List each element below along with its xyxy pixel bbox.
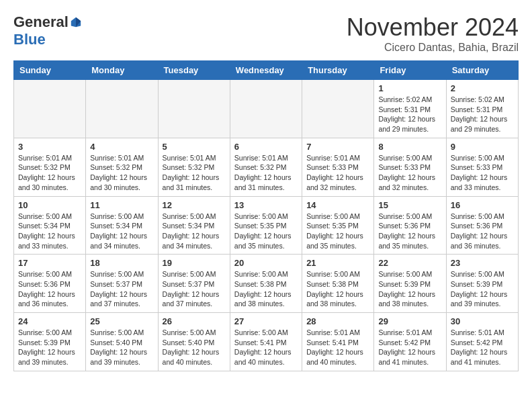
calendar-day-cell: 13Sunrise: 5:00 AMSunset: 5:35 PMDayligh… [230,196,302,255]
day-info: Sunrise: 5:01 AMSunset: 5:32 PMDaylight:… [18,153,81,193]
calendar-week-row: 24Sunrise: 5:00 AMSunset: 5:39 PMDayligh… [14,313,519,371]
calendar-day-cell: 24Sunrise: 5:00 AMSunset: 5:39 PMDayligh… [14,313,86,371]
day-number: 22 [378,258,441,268]
day-number: 23 [451,258,514,268]
day-info: Sunrise: 5:01 AMSunset: 5:33 PMDaylight:… [306,153,369,193]
day-number: 16 [451,200,514,210]
day-number: 8 [378,142,441,152]
day-info: Sunrise: 5:00 AMSunset: 5:35 PMDaylight:… [234,212,298,251]
calendar-day-cell: 30Sunrise: 5:01 AMSunset: 5:42 PMDayligh… [446,313,518,371]
day-number: 18 [90,258,153,268]
day-info: Sunrise: 5:00 AMSunset: 5:33 PMDaylight:… [451,153,514,193]
day-of-week-header: Sunday [14,61,86,80]
day-info: Sunrise: 5:00 AMSunset: 5:36 PMDaylight:… [451,212,514,251]
day-number: 14 [306,200,369,210]
calendar-day-cell: 26Sunrise: 5:00 AMSunset: 5:40 PMDayligh… [158,313,230,371]
day-info: Sunrise: 5:00 AMSunset: 5:39 PMDaylight:… [18,328,81,367]
calendar-day-cell: 25Sunrise: 5:00 AMSunset: 5:40 PMDayligh… [86,313,158,371]
day-info: Sunrise: 5:00 AMSunset: 5:36 PMDaylight:… [18,269,81,309]
day-info: Sunrise: 5:00 AMSunset: 5:40 PMDaylight:… [163,328,226,367]
logo: General Blue [13,13,82,48]
calendar-day-cell: 19Sunrise: 5:00 AMSunset: 5:37 PMDayligh… [158,255,230,313]
day-number: 26 [163,316,226,326]
calendar-day-cell: 14Sunrise: 5:00 AMSunset: 5:35 PMDayligh… [302,196,374,255]
calendar-day-cell: 7Sunrise: 5:01 AMSunset: 5:33 PMDaylight… [302,138,374,196]
calendar-day-cell: 2Sunrise: 5:02 AMSunset: 5:31 PMDaylight… [446,80,518,138]
calendar-day-cell [302,80,374,138]
calendar-day-cell: 1Sunrise: 5:02 AMSunset: 5:31 PMDaylight… [374,80,446,138]
calendar-header-row: SundayMondayTuesdayWednesdayThursdayFrid… [14,61,519,80]
day-info: Sunrise: 5:00 AMSunset: 5:33 PMDaylight:… [378,153,441,193]
day-info: Sunrise: 5:02 AMSunset: 5:31 PMDaylight:… [378,95,441,134]
location-subtitle: Cicero Dantas, Bahia, Brazil [347,42,519,54]
day-info: Sunrise: 5:00 AMSunset: 5:39 PMDaylight:… [378,269,441,309]
day-number: 30 [451,316,514,326]
day-info: Sunrise: 5:01 AMSunset: 5:42 PMDaylight:… [451,328,514,367]
day-of-week-header: Wednesday [230,61,302,80]
calendar-day-cell: 29Sunrise: 5:01 AMSunset: 5:42 PMDayligh… [374,313,446,371]
calendar-day-cell: 16Sunrise: 5:00 AMSunset: 5:36 PMDayligh… [446,196,518,255]
logo-flag-icon [70,16,82,28]
calendar-day-cell: 21Sunrise: 5:00 AMSunset: 5:38 PMDayligh… [302,255,374,313]
calendar-day-cell: 27Sunrise: 5:00 AMSunset: 5:41 PMDayligh… [230,313,302,371]
calendar-day-cell: 15Sunrise: 5:00 AMSunset: 5:36 PMDayligh… [374,196,446,255]
calendar-day-cell: 12Sunrise: 5:00 AMSunset: 5:34 PMDayligh… [158,196,230,255]
calendar-table: SundayMondayTuesdayWednesdayThursdayFrid… [13,60,519,371]
day-info: Sunrise: 5:01 AMSunset: 5:42 PMDaylight:… [378,328,441,367]
day-number: 2 [451,83,514,93]
calendar-day-cell [14,80,86,138]
day-of-week-header: Friday [374,61,446,80]
day-number: 11 [90,200,153,210]
day-info: Sunrise: 5:01 AMSunset: 5:41 PMDaylight:… [306,328,369,367]
calendar-day-cell: 10Sunrise: 5:00 AMSunset: 5:34 PMDayligh… [14,196,86,255]
day-number: 3 [18,142,81,152]
calendar-day-cell [230,80,302,138]
logo-blue-text: Blue [13,31,46,48]
page-header: General Blue November 2024 Cicero Dantas… [13,13,519,54]
day-number: 24 [18,316,81,326]
day-info: Sunrise: 5:00 AMSunset: 5:41 PMDaylight:… [234,328,298,367]
calendar-day-cell [86,80,158,138]
calendar-day-cell: 8Sunrise: 5:00 AMSunset: 5:33 PMDaylight… [374,138,446,196]
day-info: Sunrise: 5:00 AMSunset: 5:37 PMDaylight:… [90,269,153,309]
day-number: 13 [234,200,298,210]
day-number: 21 [306,258,369,268]
day-number: 9 [451,142,514,152]
day-info: Sunrise: 5:00 AMSunset: 5:38 PMDaylight:… [306,269,369,309]
day-number: 25 [90,316,153,326]
day-number: 20 [234,258,298,268]
day-of-week-header: Tuesday [158,61,230,80]
calendar-day-cell [158,80,230,138]
day-number: 15 [378,200,441,210]
day-number: 10 [18,200,81,210]
day-info: Sunrise: 5:00 AMSunset: 5:35 PMDaylight:… [306,212,369,251]
day-number: 27 [234,316,298,326]
day-info: Sunrise: 5:00 AMSunset: 5:36 PMDaylight:… [378,212,441,251]
day-of-week-header: Saturday [446,61,518,80]
calendar-day-cell: 23Sunrise: 5:00 AMSunset: 5:39 PMDayligh… [446,255,518,313]
day-info: Sunrise: 5:00 AMSunset: 5:34 PMDaylight:… [163,212,226,251]
calendar-day-cell: 11Sunrise: 5:00 AMSunset: 5:34 PMDayligh… [86,196,158,255]
day-number: 29 [378,316,441,326]
day-number: 17 [18,258,81,268]
day-info: Sunrise: 5:01 AMSunset: 5:32 PMDaylight:… [163,153,226,193]
day-number: 12 [163,200,226,210]
calendar-day-cell: 18Sunrise: 5:00 AMSunset: 5:37 PMDayligh… [86,255,158,313]
calendar-day-cell: 5Sunrise: 5:01 AMSunset: 5:32 PMDaylight… [158,138,230,196]
day-of-week-header: Thursday [302,61,374,80]
day-info: Sunrise: 5:00 AMSunset: 5:34 PMDaylight:… [18,212,81,251]
month-title: November 2024 [347,13,519,42]
day-info: Sunrise: 5:00 AMSunset: 5:34 PMDaylight:… [90,212,153,251]
calendar-week-row: 1Sunrise: 5:02 AMSunset: 5:31 PMDaylight… [14,80,519,138]
day-info: Sunrise: 5:00 AMSunset: 5:40 PMDaylight:… [90,328,153,367]
calendar-day-cell: 4Sunrise: 5:01 AMSunset: 5:32 PMDaylight… [86,138,158,196]
day-info: Sunrise: 5:00 AMSunset: 5:38 PMDaylight:… [234,269,298,309]
calendar-day-cell: 9Sunrise: 5:00 AMSunset: 5:33 PMDaylight… [446,138,518,196]
calendar-day-cell: 17Sunrise: 5:00 AMSunset: 5:36 PMDayligh… [14,255,86,313]
day-info: Sunrise: 5:01 AMSunset: 5:32 PMDaylight:… [234,153,298,193]
day-number: 19 [163,258,226,268]
calendar-day-cell: 3Sunrise: 5:01 AMSunset: 5:32 PMDaylight… [14,138,86,196]
calendar-day-cell: 28Sunrise: 5:01 AMSunset: 5:41 PMDayligh… [302,313,374,371]
day-number: 5 [163,142,226,152]
calendar-day-cell: 6Sunrise: 5:01 AMSunset: 5:32 PMDaylight… [230,138,302,196]
